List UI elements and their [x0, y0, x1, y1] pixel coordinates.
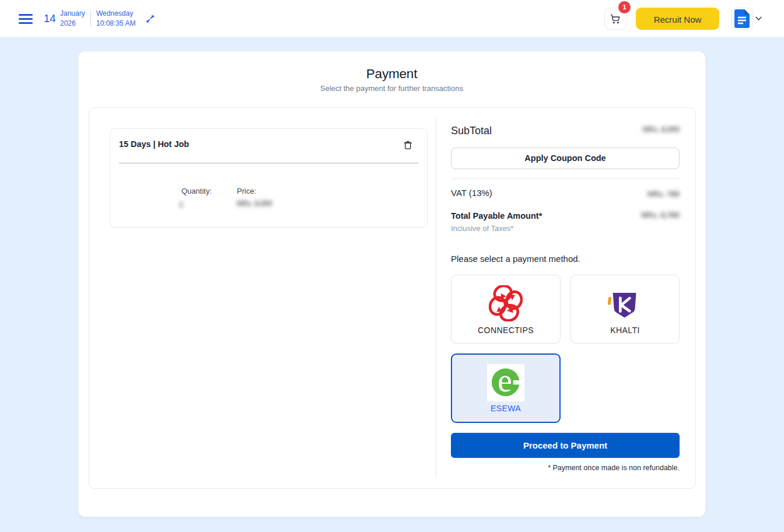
svg-text:e: e: [498, 368, 512, 397]
